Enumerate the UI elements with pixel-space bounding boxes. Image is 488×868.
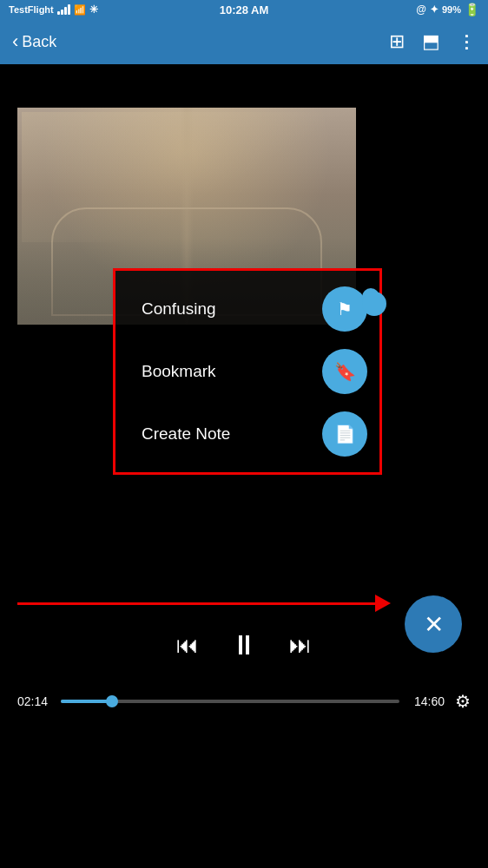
wifi-icon: 📶 (74, 4, 86, 16)
popup-menu: Confusing ⚑ Bookmark 🔖 Create Note 📄 (113, 268, 382, 475)
nav-bar: ‹ Back ⊞ ⬒ ⋮ (0, 19, 488, 64)
arrow-line (17, 602, 375, 605)
flag-icon: ⚑ (337, 299, 353, 319)
bookmark-nav-icon[interactable]: ⊞ (389, 30, 405, 53)
close-icon: ✕ (424, 610, 444, 639)
note-icon: 📄 (334, 424, 356, 444)
status-right: @ ✦ 99% 🔋 (416, 3, 479, 16)
battery-icon: 🔋 (465, 3, 479, 16)
cast-icon[interactable]: ⬒ (422, 30, 440, 53)
settings-icon[interactable]: ⚙ (455, 691, 471, 712)
more-menu-icon[interactable]: ⋮ (458, 31, 476, 52)
confusing-item[interactable]: Confusing ⚑ (115, 278, 379, 340)
status-bar: TestFlight 📶 ✳ 10:28 AM @ ✦ 99% 🔋 (0, 0, 488, 19)
bookmark-label: Bookmark (142, 362, 216, 381)
progress-thumb[interactable] (106, 695, 118, 707)
status-left: TestFlight 📶 ✳ (9, 3, 98, 16)
close-button[interactable]: ✕ (405, 595, 462, 653)
confusing-button[interactable]: ⚑ (322, 286, 367, 332)
bookmark-icon: 🔖 (334, 361, 356, 382)
pause-button[interactable]: ⏸ (230, 629, 258, 661)
create-note-button[interactable]: 📄 (322, 411, 367, 457)
bookmark-item[interactable]: Bookmark 🔖 (115, 340, 379, 403)
progress-track[interactable] (61, 700, 399, 703)
create-note-label: Create Note (142, 424, 230, 444)
signal-icon (57, 4, 70, 15)
time-label: 10:28 AM (220, 3, 269, 16)
bookmark-button[interactable]: 🔖 (322, 349, 367, 394)
progress-fill (61, 700, 112, 703)
nav-icons: ⊞ ⬒ ⋮ (389, 30, 476, 53)
current-time-label: 02:14 (17, 694, 50, 708)
main-area: Confusing ⚑ Bookmark 🔖 Create Note 📄 ⏮ (0, 64, 488, 781)
chevron-left-icon: ‹ (12, 32, 18, 51)
red-arrow (17, 595, 391, 612)
activity-icon: ✳ (89, 3, 98, 16)
bluetooth-icon: ✦ (430, 3, 439, 16)
rewind-button[interactable]: ⏮ (176, 632, 199, 659)
back-button[interactable]: ‹ Back (12, 32, 56, 51)
battery-label: 99% (442, 4, 461, 15)
fast-forward-button[interactable]: ⏭ (289, 632, 312, 659)
create-note-item[interactable]: Create Note 📄 (115, 403, 379, 465)
arrow-head (375, 595, 391, 612)
back-label: Back (22, 33, 56, 51)
carrier-label: TestFlight (9, 4, 54, 15)
confusing-label: Confusing (142, 299, 216, 319)
at-icon: @ (416, 3, 426, 16)
progress-bar-area: 02:14 14:60 ⚙ (0, 691, 488, 712)
total-time-label: 14:60 (410, 694, 445, 708)
